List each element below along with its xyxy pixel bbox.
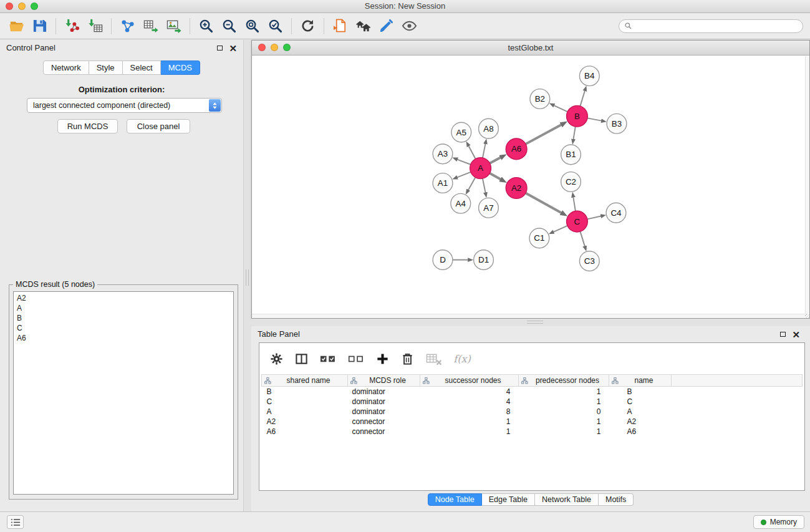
zoom-out-button[interactable]	[218, 16, 241, 37]
network-node-D[interactable]: D	[433, 250, 453, 270]
cell-shared-name[interactable]: C	[262, 397, 348, 407]
export-table-button[interactable]	[139, 16, 162, 37]
network-edge-C-C3[interactable]	[580, 231, 584, 246]
network-edge-C-C4[interactable]	[587, 216, 601, 220]
cell-shared-name[interactable]: A2	[262, 417, 348, 427]
cell-mcds-role[interactable]: connector	[348, 427, 420, 437]
network-edge-A-A5[interactable]	[468, 146, 475, 159]
refresh-button[interactable]	[296, 16, 319, 37]
cell-predecessor-nodes[interactable]: 0	[519, 407, 609, 417]
columns-button[interactable]	[295, 349, 308, 368]
table-panel-close-icon[interactable]: ✕	[792, 330, 800, 339]
add-row-button[interactable]	[376, 349, 389, 368]
network-zoom-button[interactable]	[283, 44, 291, 51]
network-edge-C-C1[interactable]	[554, 226, 567, 232]
network-node-B[interactable]: B	[567, 105, 588, 127]
network-edge-A-A1[interactable]	[457, 172, 471, 178]
table-row[interactable]: A6connector11A6	[262, 427, 803, 437]
result-item[interactable]: A6	[17, 333, 230, 343]
cell-predecessor-nodes[interactable]: 1	[519, 397, 609, 407]
cell-mcds-role[interactable]: dominator	[348, 387, 420, 397]
horizontal-splitter[interactable]	[251, 319, 810, 326]
network-edge-C-C2[interactable]	[573, 197, 575, 211]
table-row[interactable]: A2connector11A2	[262, 417, 803, 427]
tab-motifs[interactable]: Motifs	[599, 493, 634, 506]
column-header-mcds-role[interactable]: MCDS role	[348, 375, 420, 387]
search-input[interactable]	[635, 22, 798, 31]
cell-successor-nodes[interactable]: 8	[420, 407, 519, 417]
mcds-result-list[interactable]: A2ABCA6	[13, 291, 234, 495]
close-panel-button[interactable]: Close panel	[127, 119, 190, 133]
cell-name[interactable]: A6	[609, 427, 672, 437]
table-row[interactable]: Cdominator41C	[262, 397, 803, 407]
control-tab-mcds[interactable]: MCDS	[161, 60, 200, 75]
network-node-B2[interactable]: B2	[530, 89, 550, 109]
network-node-C3[interactable]: C3	[579, 251, 599, 271]
cell-shared-name[interactable]: A	[262, 407, 348, 417]
network-node-B1[interactable]: B1	[561, 145, 581, 165]
network-horizontal-scrollbar[interactable]	[252, 314, 805, 318]
cell-successor-nodes[interactable]: 1	[420, 417, 519, 427]
control-panel-float-icon[interactable]	[217, 46, 223, 51]
network-edge-A-A7[interactable]	[483, 178, 486, 193]
result-item[interactable]: B	[17, 313, 230, 323]
panel-toggle-button[interactable]	[7, 515, 24, 529]
cell-name[interactable]: A	[609, 407, 672, 417]
search-field[interactable]	[619, 19, 803, 33]
delete-row-button[interactable]	[401, 349, 414, 368]
tab-edge-table[interactable]: Edge Table	[482, 493, 535, 506]
network-node-C[interactable]: C	[567, 211, 588, 232]
network-document-button[interactable]	[329, 16, 352, 37]
close-window-button[interactable]	[6, 2, 13, 10]
network-node-C4[interactable]: C4	[606, 203, 626, 223]
network-vertical-scrollbar[interactable]	[805, 56, 809, 314]
result-item[interactable]: A	[17, 303, 230, 313]
table-row[interactable]: Bdominator41B	[262, 387, 803, 397]
minimize-window-button[interactable]	[18, 2, 26, 10]
control-tab-network[interactable]: Network	[43, 60, 89, 75]
gear-button[interactable]	[270, 349, 283, 368]
network-edge-A2-C[interactable]	[526, 193, 561, 213]
style-wand-button[interactable]	[375, 16, 398, 37]
criterion-dropdown[interactable]: largest connected component (directed)	[27, 98, 222, 113]
network-edge-A-A4[interactable]	[468, 177, 475, 190]
column-header-predecessor-nodes[interactable]: predecessor nodes	[519, 375, 609, 387]
network-close-button[interactable]	[258, 44, 266, 51]
column-header-shared-name[interactable]: shared name	[262, 375, 348, 387]
zoom-selected-button[interactable]	[264, 16, 287, 37]
network-minimize-button[interactable]	[271, 44, 278, 51]
network-edge-B-B4[interactable]	[580, 90, 585, 106]
cell-predecessor-nodes[interactable]: 1	[519, 387, 609, 397]
column-header-successor-nodes[interactable]: successor nodes	[420, 375, 519, 387]
network-edge-B-B2[interactable]	[554, 105, 567, 112]
zoom-in-button[interactable]	[195, 16, 218, 37]
network-node-B4[interactable]: B4	[579, 66, 599, 86]
delete-table-button[interactable]	[426, 349, 442, 368]
network-node-C1[interactable]: C1	[529, 228, 549, 248]
control-tab-select[interactable]: Select	[123, 60, 161, 75]
cell-successor-nodes[interactable]: 4	[420, 387, 519, 397]
cell-shared-name[interactable]: A6	[262, 427, 348, 437]
memory-button[interactable]: Memory	[753, 515, 804, 529]
control-panel-close-icon[interactable]: ✕	[229, 44, 237, 53]
import-network-file-button[interactable]	[60, 16, 84, 37]
zoom-fit-button[interactable]	[241, 16, 264, 37]
result-item[interactable]: C	[17, 323, 230, 333]
function-button[interactable]: f(x)	[453, 349, 470, 368]
network-node-A[interactable]: A	[470, 158, 491, 179]
show-graphics-details-button[interactable]	[398, 16, 421, 37]
result-item[interactable]: A2	[17, 293, 230, 303]
zoom-window-button[interactable]	[31, 2, 38, 10]
network-edge-B-B3[interactable]	[587, 118, 602, 120]
tab-node-table[interactable]: Node Table	[428, 493, 482, 506]
export-network-button[interactable]	[116, 16, 139, 37]
table-panel-float-icon[interactable]	[780, 332, 786, 337]
import-table-file-button[interactable]	[84, 16, 107, 37]
network-edge-A-A3[interactable]	[457, 160, 471, 165]
cell-name[interactable]: C	[609, 397, 672, 407]
network-node-A6[interactable]: A6	[506, 138, 527, 160]
cell-shared-name[interactable]: B	[262, 387, 348, 397]
control-tab-style[interactable]: Style	[89, 60, 123, 75]
cell-successor-nodes[interactable]: 4	[420, 397, 519, 407]
network-edge-A-A6[interactable]	[489, 158, 500, 163]
